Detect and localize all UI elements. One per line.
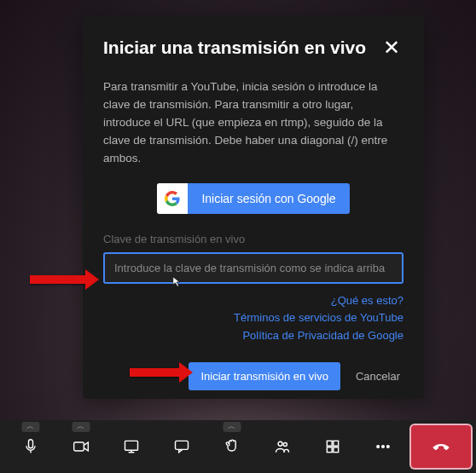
modal-description: Para transmitir a YouTube, inicia sesión…	[103, 78, 403, 168]
cancel-button[interactable]: Cancelar	[352, 363, 403, 389]
svg-rect-7	[327, 447, 332, 453]
close-button[interactable]: ✕	[380, 36, 403, 60]
screen-share-button[interactable]	[106, 420, 156, 473]
tiles-icon	[324, 438, 341, 455]
meeting-toolbar: ︿ ︿ ︿	[0, 420, 476, 473]
annotation-arrow-input	[30, 275, 85, 284]
apps-button[interactable]	[307, 420, 357, 473]
svg-point-11	[386, 446, 389, 448]
more-icon	[374, 438, 392, 455]
help-links: ¿Qué es esto? Términos de servicios de Y…	[103, 292, 403, 345]
camera-icon	[73, 438, 90, 455]
svg-rect-2	[175, 441, 188, 449]
hangup-icon	[430, 436, 452, 458]
svg-point-4	[283, 442, 287, 446]
chevron-up-icon[interactable]: ︿	[72, 422, 90, 432]
participants-button[interactable]	[257, 420, 307, 473]
google-signin-label: Iniciar sesión con Google	[188, 192, 349, 205]
stream-key-input[interactable]	[103, 252, 403, 284]
youtube-tos-link[interactable]: Términos de servicios de YouTube	[103, 309, 403, 327]
hangup-button[interactable]	[411, 425, 471, 468]
screen-share-icon	[123, 438, 140, 455]
chevron-up-icon[interactable]: ︿	[21, 422, 39, 432]
chat-button[interactable]	[156, 420, 206, 473]
google-icon	[157, 183, 188, 214]
svg-rect-0	[73, 442, 84, 451]
chat-icon	[173, 438, 190, 455]
microphone-button[interactable]: ︿	[5, 420, 55, 473]
modal-header: Iniciar una transmisión en vivo ✕	[103, 36, 403, 60]
what-is-this-link[interactable]: ¿Qué es esto?	[103, 292, 403, 310]
svg-rect-8	[333, 447, 338, 453]
svg-rect-6	[333, 441, 338, 446]
svg-point-10	[381, 446, 384, 448]
modal-title: Iniciar una transmisión en vivo	[103, 37, 366, 58]
svg-point-9	[376, 446, 379, 448]
svg-point-3	[278, 441, 282, 446]
google-signin-button[interactable]: Iniciar sesión con Google	[157, 183, 349, 214]
start-stream-button[interactable]: Iniciar transmisión en vivo	[189, 362, 340, 390]
raise-hand-button[interactable]: ︿	[206, 420, 257, 473]
participants-icon	[274, 438, 291, 455]
svg-rect-5	[327, 441, 332, 446]
annotation-arrow-submit	[130, 368, 179, 377]
google-privacy-link[interactable]: Política de Privacidad de Google	[103, 327, 403, 345]
hand-icon	[223, 438, 241, 455]
chevron-up-icon[interactable]: ︿	[223, 422, 241, 432]
camera-button[interactable]: ︿	[55, 420, 106, 473]
live-stream-modal: Iniciar una transmisión en vivo ✕ Para t…	[83, 15, 424, 399]
svg-rect-1	[125, 441, 137, 450]
more-options-button[interactable]	[357, 420, 408, 473]
close-icon: ✕	[383, 36, 400, 59]
microphone-icon	[22, 438, 39, 455]
stream-key-label: Clave de transmisión en vivo	[103, 233, 403, 245]
